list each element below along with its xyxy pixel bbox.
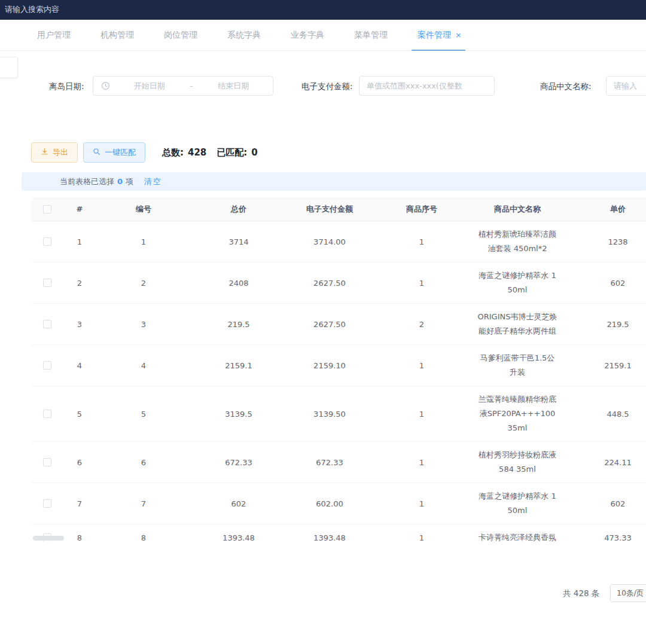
row-checkbox[interactable] — [43, 279, 51, 287]
table-row: 2 2 2408 2627.50 1 海蓝之谜修护精萃水 150ml 602 — [31, 263, 646, 304]
cell-index: 1 — [63, 237, 96, 246]
row-checkbox[interactable] — [43, 499, 51, 508]
cell-total-price: 602 — [191, 499, 286, 508]
cell-total-price: 219.5 — [191, 320, 286, 329]
row-checkbox[interactable] — [43, 458, 51, 466]
cell-index: 5 — [63, 410, 96, 419]
tab-org-management[interactable]: 机构管理 — [100, 20, 134, 50]
cell-code: 8 — [96, 533, 191, 542]
cell-index: 6 — [63, 458, 96, 467]
cell-epay-amount: 2159.10 — [286, 361, 373, 370]
download-icon — [41, 148, 48, 157]
cell-unit-price: 219.5 — [565, 320, 646, 329]
export-button[interactable]: 导出 — [31, 142, 78, 163]
toolbar: 导出 一键匹配 总数: 428 已匹配: 0 — [31, 142, 258, 163]
tab-user-management[interactable]: 用户管理 — [37, 20, 71, 50]
cell-unit-price: 1238 — [565, 237, 646, 246]
selection-count: 0 — [117, 177, 123, 186]
cell-index: 2 — [63, 279, 96, 288]
cell-epay-amount: 1393.48 — [286, 533, 373, 542]
tab-case-management[interactable]: 案件管理 × — [418, 20, 462, 50]
cell-index: 3 — [63, 320, 96, 329]
cell-unit-price: 602 — [565, 279, 646, 288]
cell-product-seq: 1 — [373, 458, 470, 467]
cell-total-price: 3714 — [191, 237, 286, 246]
selection-suffix: 项 — [126, 176, 133, 187]
header-unit-price: 单价 — [565, 197, 646, 221]
cell-epay-amount: 3139.50 — [286, 410, 373, 419]
cell-epay-amount: 2627.50 — [286, 320, 373, 329]
cell-code: 5 — [96, 410, 191, 419]
cell-product-name: 海蓝之谜修护精萃水 150ml — [470, 263, 565, 303]
cell-unit-price: 602 — [565, 499, 646, 508]
cell-product-seq: 1 — [373, 499, 470, 508]
header-total-price: 总价 — [191, 197, 286, 221]
cell-index: 4 — [63, 361, 96, 370]
epay-amount-input[interactable] — [359, 76, 495, 96]
header-index: # — [63, 197, 96, 221]
table-row: 5 5 3139.5 3139.50 1 兰蔻菁纯臻颜精华粉底液SPF20PA+… — [31, 386, 646, 442]
depart-date-range-picker[interactable]: 开始日期 - 结束日期 — [93, 76, 273, 96]
page-size-select[interactable]: 10条/页 — [610, 584, 646, 602]
cell-product-seq: 1 — [373, 279, 470, 288]
header-product-name: 商品中文名称 — [470, 197, 565, 221]
row-checkbox[interactable] — [43, 361, 51, 370]
cell-code: 7 — [96, 499, 191, 508]
cell-epay-amount: 672.33 — [286, 458, 373, 467]
cell-index: 8 — [63, 533, 96, 542]
product-name-label: 商品中文名称: — [540, 81, 592, 92]
cell-product-name: 海蓝之谜修护精萃水 150ml — [470, 483, 565, 524]
tab-business-dict[interactable]: 业务字典 — [291, 20, 324, 50]
cell-code: 4 — [96, 361, 191, 370]
cell-code: 1 — [96, 237, 191, 246]
depart-date-label: 离岛日期: — [49, 81, 84, 92]
total-label: 总数: — [162, 147, 184, 158]
tab-system-dict[interactable]: 系统字典 — [227, 20, 261, 50]
table-row: 7 7 602 602.00 1 海蓝之谜修护精萃水 150ml 602 — [31, 483, 646, 524]
cell-unit-price: 473.33 — [565, 533, 646, 542]
cell-product-seq: 2 — [373, 320, 470, 329]
cell-product-name: ORIGINS韦博士灵芝焕能好底子精华水两件组 — [470, 304, 565, 344]
matched-label: 已匹配: — [217, 147, 247, 158]
cell-code: 3 — [96, 320, 191, 329]
tabbar: 用户管理 机构管理 岗位管理 系统字典 业务字典 菜单管理 案件管理 × — [0, 20, 646, 51]
header-product-seq: 商品序号 — [373, 197, 470, 221]
table-header: # 编号 总价 电子支付金额 商品序号 商品中文名称 单价 — [31, 197, 646, 221]
cell-epay-amount: 2627.50 — [286, 279, 373, 288]
end-date-placeholder[interactable]: 结束日期 — [194, 81, 273, 91]
cell-product-seq: 1 — [373, 237, 470, 246]
row-checkbox[interactable] — [43, 237, 51, 246]
cell-product-seq: 1 — [373, 533, 470, 542]
pagination-total: 共 428 条 — [563, 588, 599, 599]
tab-close-icon[interactable]: × — [455, 30, 462, 39]
row-checkbox[interactable] — [43, 320, 51, 328]
product-name-input[interactable] — [606, 76, 646, 96]
topbar: 请输入搜索内容 — [0, 0, 646, 20]
filter-row: 离岛日期: 开始日期 - 结束日期 电子支付金额: 商品中文名称: — [0, 76, 646, 96]
tab-post-management[interactable]: 岗位管理 — [164, 20, 197, 50]
selection-prefix: 当前表格已选择 — [60, 176, 114, 187]
cell-unit-price: 448.5 — [565, 410, 646, 419]
start-date-placeholder[interactable]: 开始日期 — [110, 81, 189, 91]
clear-selection-link[interactable]: 清空 — [144, 176, 162, 187]
one-click-match-button[interactable]: 一键匹配 — [83, 142, 145, 163]
cell-product-name: 卡诗菁纯亮泽经典香氛 — [470, 524, 565, 541]
cell-index: 7 — [63, 499, 96, 508]
table-body: 1 1 3714 3714.00 1 植村秀新琥珀臻萃洁颜油套装 450ml*2… — [31, 221, 646, 541]
cell-product-name: 兰蔻菁纯臻颜精华粉底液SPF20PA+++100 35ml — [470, 386, 565, 441]
cell-product-name: 马爹利蓝带干邑1.5公升装 — [470, 345, 565, 386]
cell-epay-amount: 3714.00 — [286, 237, 373, 246]
cell-product-seq: 1 — [373, 361, 470, 370]
table-row: 8 8 1393.48 1393.48 1 卡诗菁纯亮泽经典香氛 473.33 — [31, 524, 646, 541]
cell-total-price: 2159.1 — [191, 361, 286, 370]
collapsed-panel-fragment — [0, 57, 18, 78]
cell-total-price: 3139.5 — [191, 410, 286, 419]
global-search-input[interactable]: 请输入搜索内容 — [5, 4, 59, 15]
header-epay-amount: 电子支付金额 — [286, 197, 373, 221]
select-all-checkbox[interactable] — [43, 205, 51, 213]
matched-value: 0 — [251, 147, 257, 158]
total-value: 428 — [188, 147, 206, 158]
row-checkbox[interactable] — [43, 410, 51, 418]
horizontal-scrollbar-thumb[interactable] — [33, 536, 64, 541]
tab-menu-management[interactable]: 菜单管理 — [354, 20, 388, 50]
